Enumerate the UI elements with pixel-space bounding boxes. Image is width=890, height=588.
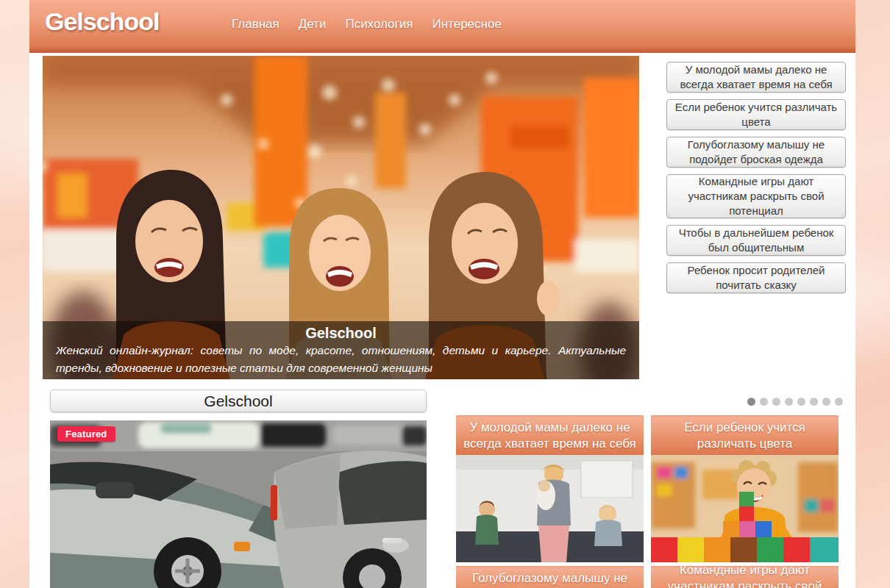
site-logo[interactable]: Gelschool (45, 7, 159, 36)
sidebar: У молодой мамы далеко не всегда хватает … (666, 62, 846, 300)
article-card-colors[interactable]: Если ребенок учится различать цвета (651, 415, 839, 562)
nav-item-interesting[interactable]: Интересное (432, 17, 501, 32)
article-photo-mom-with-kids (456, 455, 644, 562)
hero-description: Женский онлайн-журнал: советы по моде, к… (56, 342, 626, 377)
main-nav: Главная Дети Психология Интересное (232, 17, 502, 32)
carousel-dot[interactable] (760, 398, 768, 406)
sidebar-item-sociable[interactable]: Чтобы в дальнейшем ребенок был общительн… (666, 225, 846, 256)
article-card-team-games[interactable]: Командные игры дают участникам раскрыть … (651, 566, 839, 588)
article-card-young-mom[interactable]: У молодой мамы далеко не всегда хватает … (456, 415, 644, 562)
nav-item-children[interactable]: Дети (299, 17, 327, 32)
carousel-dots (747, 398, 843, 406)
article-photo-toddler-blocks (651, 455, 839, 562)
article-card-title: У молодой мамы далеко не всегда хватает … (456, 415, 644, 455)
hero-caption: Gelschool Женский онлайн-журнал: советы … (43, 321, 639, 379)
sidebar-item-colors[interactable]: Если ребенок учится различать цвета (666, 99, 846, 130)
site-header: Gelschool Главная Дети Психология Интере… (29, 0, 855, 53)
carousel-dot[interactable] (835, 398, 843, 406)
featured-badge: Featured (57, 426, 115, 442)
nav-item-home[interactable]: Главная (232, 17, 280, 32)
article-card-blue-eyed[interactable]: Голубоглазому малышу не подойдет броская… (456, 566, 644, 588)
sidebar-item-fairy-tale[interactable]: Ребенок просит родителей почитать сказку (666, 262, 846, 293)
hero-title: Gelschool (56, 325, 626, 342)
article-card-title: Если ребенок учится различать цвета (651, 415, 839, 455)
content-wrapper: Gelschool Главная Дети Психология Интере… (29, 0, 855, 588)
carousel-dot[interactable] (810, 398, 818, 406)
sidebar-item-team-games[interactable]: Командные игры дают участникам раскрыть … (666, 174, 846, 218)
featured-photo-car-accident (50, 420, 427, 588)
carousel-dot[interactable] (772, 398, 780, 406)
sidebar-item-young-mom[interactable]: У молодой мамы далеко не всегда хватает … (666, 62, 846, 93)
hero-banner: Gelschool Женский онлайн-журнал: советы … (43, 56, 639, 379)
carousel-dot[interactable] (785, 398, 793, 406)
sidebar-item-blue-eyed[interactable]: Голубоглазому малышу не подойдет броская… (666, 137, 846, 168)
article-card-title: Голубоглазому малышу не подойдет броская… (456, 566, 644, 588)
featured-post-car-crash[interactable]: Featured (50, 420, 427, 588)
carousel-dot[interactable] (822, 398, 830, 406)
article-card-title: Командные игры дают участникам раскрыть … (651, 566, 839, 588)
nav-item-psychology[interactable]: Психология (345, 17, 413, 32)
section-title[interactable]: Gelschool (50, 390, 427, 412)
carousel-dot[interactable] (747, 398, 755, 406)
carousel-dot[interactable] (797, 398, 805, 406)
